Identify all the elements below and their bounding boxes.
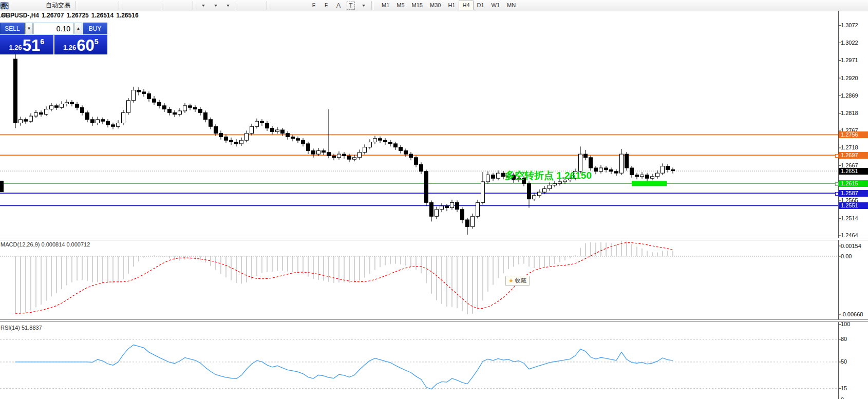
price-axis-label: 1.2818 xyxy=(841,110,858,116)
timeframe-button-mn[interactable]: MN xyxy=(503,1,519,10)
timeframe-button-w1[interactable]: W1 xyxy=(488,1,504,10)
volume-input[interactable]: 0.10 xyxy=(33,23,74,34)
tile-windows-icon[interactable] xyxy=(148,1,159,10)
edge-partial-candle xyxy=(0,181,4,192)
candle-body xyxy=(219,134,223,137)
candle-body xyxy=(45,109,48,115)
sell-button[interactable]: SELL xyxy=(0,23,25,34)
price-axis-label: 1.2869 xyxy=(841,92,858,99)
bar-chart-icon[interactable] xyxy=(80,1,91,10)
candlestick-chart-icon[interactable] xyxy=(92,1,104,10)
candle-body xyxy=(661,166,665,173)
text-tool-icon[interactable]: A xyxy=(333,1,344,10)
mt4-window: 自动交易 xyxy=(0,0,868,399)
dropdown-caret[interactable] xyxy=(214,5,217,7)
horizontal-line-tool-icon[interactable] xyxy=(284,1,295,10)
candle-body xyxy=(625,154,629,168)
vertical-line-tool-icon[interactable] xyxy=(271,1,282,10)
timeframe-button-h1[interactable]: H1 xyxy=(444,1,459,10)
candle-body xyxy=(481,182,485,202)
candle-body xyxy=(379,139,382,140)
market-watch-icon[interactable] xyxy=(8,1,19,10)
indicator-window-icon[interactable] xyxy=(166,1,178,10)
candle-body xyxy=(420,164,423,171)
separator xyxy=(371,1,374,10)
candle-body xyxy=(492,175,495,178)
price-high: 1.26725 xyxy=(66,12,88,19)
candle-body xyxy=(373,139,377,142)
cursor-icon[interactable] xyxy=(240,1,252,10)
dropdown-caret[interactable] xyxy=(362,5,365,7)
indicator-window-alt-icon[interactable] xyxy=(179,1,190,10)
timeframe-button-d1[interactable]: D1 xyxy=(474,1,488,10)
chat-icon[interactable] xyxy=(855,1,866,10)
candle-body xyxy=(266,123,269,128)
arrows-tool-icon[interactable] xyxy=(357,1,369,10)
candle-body xyxy=(245,134,249,140)
candle-body xyxy=(332,156,336,157)
timeframe-button-m5[interactable]: M5 xyxy=(393,1,408,10)
candle-body xyxy=(599,168,603,172)
periods-clock-icon[interactable] xyxy=(210,1,221,10)
line-chart-icon[interactable] xyxy=(105,1,116,10)
timeframe-button-m30[interactable]: M30 xyxy=(426,1,444,10)
autotrading-button[interactable]: 自动交易 xyxy=(45,1,73,10)
rsi-axis-label: 0 xyxy=(841,396,844,399)
rsi-pane-separator[interactable] xyxy=(0,319,868,322)
crosshair-icon[interactable] xyxy=(253,1,264,10)
price-chart[interactable] xyxy=(0,11,868,238)
candle-body xyxy=(671,169,675,170)
timeframe-button-m1[interactable]: M1 xyxy=(378,1,393,10)
equidistant-channel-tool-icon[interactable]: E xyxy=(308,1,319,10)
candle-body xyxy=(337,154,341,158)
trendline-tool-icon[interactable] xyxy=(296,1,307,10)
buy-price-button[interactable]: 1.26 60 5 xyxy=(54,35,108,54)
macd-pane-separator[interactable] xyxy=(0,238,868,240)
candle-body xyxy=(127,101,130,113)
macd-indicator-pane[interactable] xyxy=(0,240,868,320)
buy-button[interactable]: BUY xyxy=(83,23,107,34)
favorite-badge[interactable]: ★ 收藏 xyxy=(505,276,530,286)
candle-body xyxy=(635,175,639,176)
price-axis-label: 1.2514 xyxy=(841,215,858,221)
symbol-title: GBPUSD-,H4 xyxy=(1,12,39,19)
candle-body xyxy=(656,173,659,177)
candle-body xyxy=(620,154,624,173)
candle-body xyxy=(111,125,115,126)
fibonacci-tool-icon[interactable]: F xyxy=(320,1,332,10)
candle-body xyxy=(307,144,310,150)
price-open: 1.26707 xyxy=(42,12,64,19)
candle-body xyxy=(24,120,28,121)
search-icon[interactable] xyxy=(840,1,852,10)
candle-body xyxy=(81,107,84,112)
data-window-icon[interactable] xyxy=(20,1,31,10)
candle-body xyxy=(255,121,259,126)
timeframe-button-h4[interactable]: H4 xyxy=(459,1,473,10)
zoom-out-icon[interactable] xyxy=(136,1,147,10)
candle-body xyxy=(450,202,454,207)
zoom-in-icon[interactable] xyxy=(123,1,135,10)
volume-up-button[interactable]: ▲ xyxy=(74,23,82,34)
sell-price-button[interactable]: 1.26 51 6 xyxy=(0,35,53,54)
add-indicator-icon[interactable] xyxy=(197,1,209,10)
chart-annotation-text: 多空转折点 1.26150 xyxy=(505,169,592,182)
candle-body xyxy=(276,130,279,131)
main-toolbar: 自动交易 xyxy=(0,0,868,11)
price-axis-label: 1.3022 xyxy=(841,40,858,46)
signals-icon[interactable] xyxy=(32,1,44,10)
candle-body xyxy=(260,121,264,123)
candle-body xyxy=(363,147,367,153)
label-tool-icon[interactable]: T xyxy=(345,1,356,10)
dropdown-caret[interactable] xyxy=(202,5,205,7)
timeframe-button-m15[interactable]: M15 xyxy=(408,1,426,10)
candle-body xyxy=(430,202,433,216)
template-icon[interactable] xyxy=(222,1,233,10)
buy-price-prefix: 1.26 xyxy=(63,42,76,53)
dropdown-caret[interactable] xyxy=(227,5,230,7)
price-line-tag-1.2551: 1.2551 xyxy=(839,202,868,209)
rsi-title: RSI(14) 51.8837 xyxy=(1,325,42,331)
rsi-value: 51.8837 xyxy=(22,325,42,331)
star-icon: ★ xyxy=(508,277,514,284)
rsi-indicator-pane[interactable] xyxy=(0,321,868,399)
volume-down-button[interactable]: ▼ xyxy=(25,23,33,34)
